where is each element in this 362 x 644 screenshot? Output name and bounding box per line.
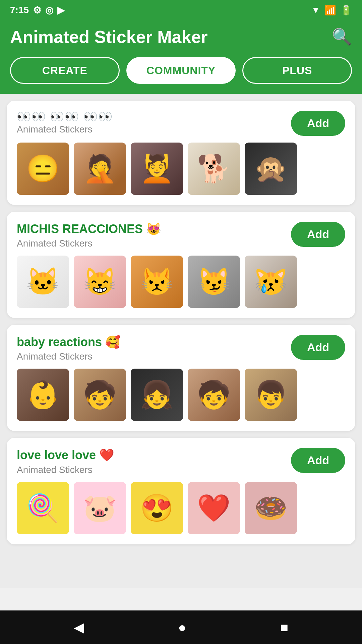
nav-recent-button[interactable]: ■ (280, 620, 288, 635)
sticker-thumb: 😾 (131, 256, 183, 308)
sticker-thumb: 😼 (188, 256, 240, 308)
sticker-pack-3: baby reactions 🥰 Animated Stickers Add 👶… (7, 325, 355, 431)
sticker-thumb: 🙊 (245, 143, 297, 195)
tab-create[interactable]: CREATE (10, 57, 120, 84)
sticker-thumb: 👧 (131, 369, 183, 421)
main-content: 👀👀 👀👀 👀👀 Animated Stickers Add 😑 🤦 💆 🐕 🙊 (0, 94, 362, 588)
at-icon: ◎ (45, 5, 53, 16)
tab-plus[interactable]: PLUS (242, 57, 352, 84)
sticker-thumb: 👶 (17, 369, 69, 421)
pack3-header: baby reactions 🥰 Animated Stickers Add (17, 335, 345, 362)
pack2-add-button[interactable]: Add (291, 222, 345, 247)
tab-bar: CREATE COMMUNITY PLUS (0, 57, 362, 94)
pack3-title-block: baby reactions 🥰 Animated Stickers (17, 335, 284, 362)
pack2-title: MICHIS REACCIONES 😻 (17, 222, 284, 236)
sticker-pack-4: love love love ❤️ Animated Stickers Add … (7, 438, 355, 544)
signal-icon: 📶 (324, 5, 336, 16)
sticker-thumb: 🍩 (245, 482, 297, 534)
settings-icon: ⚙ (33, 5, 41, 16)
pack4-header: love love love ❤️ Animated Stickers Add (17, 448, 345, 475)
wifi-icon: ▼ (311, 5, 320, 15)
nav-home-button[interactable]: ● (178, 620, 186, 635)
sticker-thumb: ❤️ (188, 482, 240, 534)
sticker-thumb: 🧒 (188, 369, 240, 421)
sticker-pack-1: 👀👀 👀👀 👀👀 Animated Stickers Add 😑 🤦 💆 🐕 🙊 (7, 101, 355, 205)
pack1-stickers: 😑 🤦 💆 🐕 🙊 (17, 143, 345, 195)
app-header: Animated Sticker Maker 🔍 (0, 20, 362, 57)
pack1-subtitle: Animated Stickers (17, 124, 284, 135)
sticker-thumb: 😸 (74, 256, 126, 308)
sticker-thumb: 🧒 (74, 369, 126, 421)
sticker-thumb: 🍭 (17, 482, 69, 534)
status-bar: 7:15 ⚙ ◎ ▶ ▼ 📶 🔋 (0, 0, 362, 20)
pack3-add-button[interactable]: Add (291, 335, 345, 360)
pack4-title-block: love love love ❤️ Animated Stickers (17, 448, 284, 475)
sticker-thumb: 👦 (245, 369, 297, 421)
battery-icon: 🔋 (340, 5, 352, 16)
pack3-stickers: 👶 🧒 👧 🧒 👦 (17, 369, 345, 421)
youtube-icon: ▶ (57, 5, 65, 16)
sticker-thumb: 😍 (131, 482, 183, 534)
sticker-thumb: 💆 (131, 143, 183, 195)
pack1-title-block: 👀👀 👀👀 👀👀 Animated Stickers (17, 111, 284, 135)
pack4-stickers: 🍭 🐷 😍 ❤️ 🍩 (17, 482, 345, 534)
sticker-thumb: 🤦 (74, 143, 126, 195)
sticker-thumb: 🐱 (17, 256, 69, 308)
pack2-subtitle: Animated Stickers (17, 238, 284, 249)
tab-community[interactable]: COMMUNITY (126, 57, 236, 84)
search-button[interactable]: 🔍 (332, 28, 352, 46)
pack1-add-button[interactable]: Add (291, 111, 345, 136)
sticker-thumb: 🐷 (74, 482, 126, 534)
status-left: 7:15 ⚙ ◎ ▶ (10, 5, 65, 16)
pack2-header: MICHIS REACCIONES 😻 Animated Stickers Ad… (17, 222, 345, 249)
nav-back-button[interactable]: ◀ (74, 620, 84, 635)
pack3-title: baby reactions 🥰 (17, 335, 284, 349)
pack2-stickers: 🐱 😸 😾 😼 😿 (17, 256, 345, 308)
pack1-header: 👀👀 👀👀 👀👀 Animated Stickers Add (17, 111, 345, 136)
pack2-title-block: MICHIS REACCIONES 😻 Animated Stickers (17, 222, 284, 249)
sticker-thumb: 😿 (245, 256, 297, 308)
status-time: 7:15 (10, 5, 29, 15)
app-title: Animated Sticker Maker (10, 27, 208, 47)
sticker-thumb: 😑 (17, 143, 69, 195)
nav-bar: ◀ ● ■ (0, 610, 362, 644)
sticker-thumb: 🐕 (188, 143, 240, 195)
pack4-subtitle: Animated Stickers (17, 465, 284, 475)
pack4-add-button[interactable]: Add (291, 448, 345, 473)
pack3-subtitle: Animated Stickers (17, 351, 284, 362)
pack4-title: love love love ❤️ (17, 448, 284, 462)
status-right: ▼ 📶 🔋 (311, 5, 352, 16)
sticker-pack-2: MICHIS REACCIONES 😻 Animated Stickers Ad… (7, 212, 355, 318)
pack1-title: 👀👀 👀👀 👀👀 (17, 111, 284, 122)
